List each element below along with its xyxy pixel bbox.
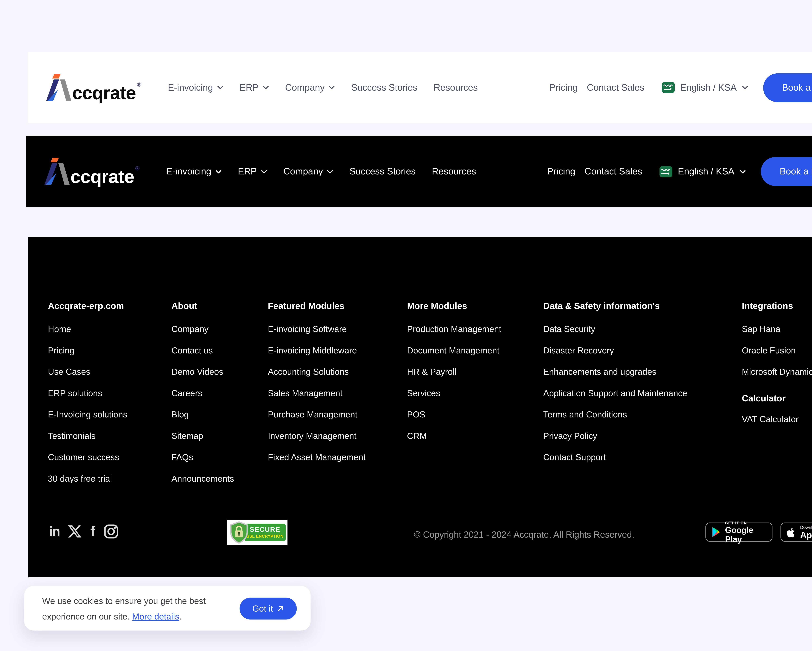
- footer-link[interactable]: FAQs: [171, 451, 234, 463]
- footer-link[interactable]: E-invoicing Software: [268, 323, 366, 335]
- more-details-link[interactable]: More details: [132, 611, 179, 621]
- footer-link[interactable]: Fixed Asset Management: [268, 451, 366, 463]
- nav-item[interactable]: Resources: [432, 166, 476, 177]
- footer-link[interactable]: Microsoft Dynamics 365: [742, 365, 812, 378]
- nav-item[interactable]: Company: [285, 83, 335, 93]
- contact-sales-link[interactable]: Contact Sales: [585, 166, 642, 177]
- footer-link[interactable]: Sitemap: [171, 429, 234, 442]
- footer-column-featured-modules: Featured Modules E-invoicing SoftwareE-i…: [268, 300, 366, 472]
- footer-link[interactable]: Application Support and Maintenance: [543, 387, 687, 400]
- language-selector[interactable]: English / KSA: [662, 81, 748, 93]
- pricing-link[interactable]: Pricing: [547, 166, 575, 177]
- footer-column-title: Accqrate-erp.com: [48, 300, 127, 312]
- footer-column-integrations: Integrations Sap HanaOracle FusionMicros…: [742, 300, 812, 434]
- footer-link[interactable]: CRM: [407, 429, 501, 442]
- ksa-flag-icon: [662, 81, 675, 93]
- pricing-link[interactable]: Pricing: [549, 83, 578, 93]
- chevron-down-icon: [215, 170, 222, 173]
- accqrate-logo[interactable]: ccqrate ®: [44, 157, 140, 185]
- accqrate-a-mark-icon: [46, 73, 72, 101]
- got-it-button[interactable]: Got it: [240, 597, 297, 619]
- footer-link[interactable]: Sales Management: [268, 387, 366, 400]
- footer-link[interactable]: Terms and Conditions: [543, 408, 687, 421]
- nav-item[interactable]: Success Stories: [350, 166, 416, 177]
- facebook-icon[interactable]: f: [90, 523, 95, 539]
- language-label: English / KSA: [680, 83, 737, 93]
- badge-tagline: Download on the: [800, 525, 812, 530]
- linkedin-icon[interactable]: in: [49, 523, 60, 539]
- cookie-message: We use cookies to ensure you get the bes…: [42, 593, 206, 624]
- footer-link[interactable]: Contact us: [171, 344, 234, 357]
- nav-right-cluster: Pricing Contact Sales English / KSA Book…: [547, 157, 812, 186]
- footer-link[interactable]: E-Invoicing solutions: [48, 408, 127, 421]
- footer-link[interactable]: Use Cases: [48, 365, 127, 378]
- book-demo-button[interactable]: Book a Demo: [761, 157, 812, 186]
- footer-link[interactable]: Demo Videos: [171, 365, 234, 378]
- main-nav: E-invoicing ERP Company Success Stories: [166, 166, 476, 177]
- shield-lock-icon: [229, 520, 249, 544]
- nav-item[interactable]: Resources: [433, 83, 478, 93]
- footer-link[interactable]: Company: [171, 323, 234, 335]
- nav-item[interactable]: ERP: [238, 166, 267, 177]
- nav-item[interactable]: E-invoicing: [168, 83, 223, 93]
- footer-link[interactable]: Announcements: [171, 472, 234, 485]
- footer-column-more-modules: More Modules Production ManagementDocume…: [407, 300, 501, 451]
- contact-sales-link[interactable]: Contact Sales: [587, 83, 644, 93]
- footer-link[interactable]: ERP solutions: [48, 387, 127, 400]
- footer-link[interactable]: Production Management: [407, 323, 501, 335]
- chevron-down-icon: [261, 170, 267, 173]
- footer-link[interactable]: POS: [407, 408, 501, 421]
- footer-link[interactable]: Home: [48, 323, 127, 335]
- app-store-badge[interactable]: Download on the App Store: [780, 523, 812, 541]
- ssl-badge-subtitle: SSL ENCRYPTION: [247, 533, 283, 539]
- footer-link[interactable]: Oracle Fusion: [742, 344, 812, 357]
- footer-link[interactable]: HR & Payroll: [407, 365, 501, 378]
- language-selector[interactable]: English / KSA: [659, 165, 746, 177]
- accqrate-logo[interactable]: ccqrate ®: [46, 73, 141, 101]
- footer-link[interactable]: Careers: [171, 387, 234, 400]
- footer-link[interactable]: Accounting Solutions: [268, 365, 366, 378]
- footer-link[interactable]: Disaster Recovery: [543, 344, 687, 357]
- chevron-down-icon: [329, 86, 335, 90]
- footer-link[interactable]: VAT Calculator: [742, 413, 812, 426]
- instagram-icon[interactable]: [104, 523, 118, 539]
- top-navbar-dark: ccqrate ® E-invoicing ERP Company: [26, 136, 812, 207]
- nav-item[interactable]: Company: [283, 166, 333, 177]
- footer-column-about: About CompanyContact usDemo VideosCareer…: [171, 300, 234, 494]
- footer-link[interactable]: Enhancements and upgrades: [543, 365, 687, 378]
- footer-link[interactable]: Services: [407, 387, 501, 400]
- badge-tagline: GET IT ON: [725, 521, 772, 525]
- ssl-secure-badge: SECURE SSL ENCRYPTION: [227, 520, 287, 545]
- footer-link[interactable]: Testimonials: [48, 429, 127, 442]
- main-nav: E-invoicing ERP Company Success Stories: [168, 83, 478, 93]
- footer-link[interactable]: Customer success: [48, 451, 127, 463]
- chevron-down-icon: [263, 86, 269, 90]
- footer-link[interactable]: E-invoicing Middleware: [268, 344, 366, 357]
- nav-item[interactable]: Success Stories: [351, 83, 418, 93]
- footer-column-subtitle: Calculator: [742, 393, 812, 404]
- apple-icon: [786, 526, 796, 538]
- copyright-text: © Copyright 2021 - 2024 Accqrate, All Ri…: [414, 530, 635, 540]
- book-demo-button[interactable]: Book a Demo: [763, 73, 812, 102]
- nav-item[interactable]: E-invoicing: [166, 166, 222, 177]
- footer-link[interactable]: Contact Support: [543, 451, 687, 463]
- footer-column-title: More Modules: [407, 300, 501, 312]
- google-play-badge[interactable]: GET IT ON Google Play: [705, 523, 772, 541]
- footer-column-title: About: [171, 300, 234, 312]
- registered-mark: ®: [135, 165, 139, 171]
- accqrate-a-mark-icon: [44, 157, 70, 185]
- page: ccqrate ® E-invoicing ERP Company: [0, 0, 812, 651]
- x-twitter-icon[interactable]: [69, 523, 82, 539]
- footer-link[interactable]: Data Security: [543, 323, 687, 335]
- footer-link[interactable]: Document Management: [407, 344, 501, 357]
- badge-name: App Store: [800, 530, 812, 539]
- footer-link[interactable]: 30 days free trial: [48, 472, 127, 485]
- footer-link[interactable]: Blog: [171, 408, 234, 421]
- footer-link[interactable]: Inventory Management: [268, 429, 366, 442]
- footer-link[interactable]: Sap Hana: [742, 323, 812, 335]
- nav-item[interactable]: ERP: [240, 83, 269, 93]
- footer-link[interactable]: Privacy Policy: [543, 429, 687, 442]
- badge-name: Google Play: [725, 525, 772, 544]
- footer-link[interactable]: Purchase Management: [268, 408, 366, 421]
- footer-link[interactable]: Pricing: [48, 344, 127, 357]
